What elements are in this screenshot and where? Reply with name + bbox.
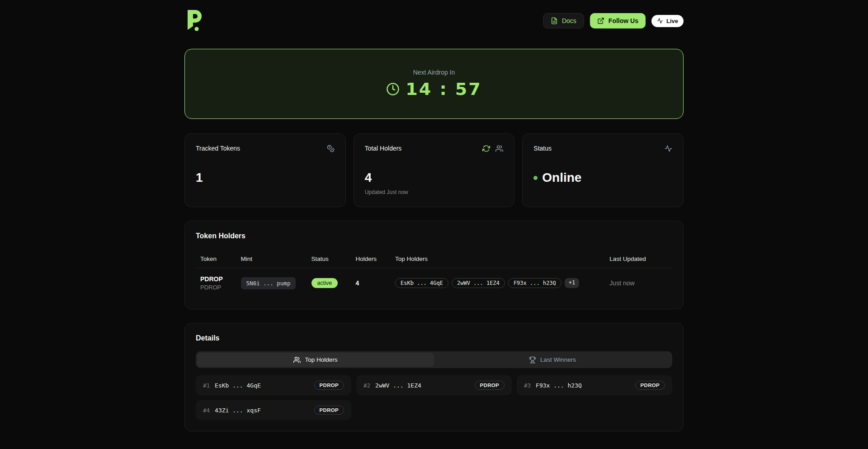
tracked-tokens-title: Tracked Tokens xyxy=(196,145,240,152)
users-icon xyxy=(495,145,503,152)
tab-top-holders[interactable]: Top Holders xyxy=(197,353,434,367)
details-title: Details xyxy=(196,334,672,342)
holder-address: EsKb ... 4GqE xyxy=(215,382,261,389)
top-holders-chips: EsKb ... 4GqE 2wWV ... 1EZ4 F93x ... h23… xyxy=(395,278,585,288)
col-top-holders: Top Holders xyxy=(391,250,605,268)
holder-item[interactable]: #2 2wWV ... 1EZ4 PDROP xyxy=(356,375,512,395)
holder-rank: #4 xyxy=(203,407,210,414)
holder-address: F93x ... h23Q xyxy=(536,382,582,389)
countdown-value: 14 : 57 xyxy=(406,79,481,99)
total-holders-value: 4 xyxy=(365,170,504,185)
airdrop-label: Next Airdrop In xyxy=(413,69,455,76)
docs-button[interactable]: Docs xyxy=(543,13,584,28)
holder-item[interactable]: #4 43Zi ... xqsF PDROP xyxy=(196,400,351,420)
logo[interactable] xyxy=(184,9,205,33)
online-status-dot xyxy=(533,176,538,180)
holder-address: 43Zi ... xqsF xyxy=(215,407,261,414)
token-symbol: PDROP xyxy=(200,284,232,291)
col-last-updated: Last Updated xyxy=(605,250,672,268)
follow-us-button[interactable]: Follow Us xyxy=(590,13,646,28)
table-header-row: Token Mint Status Holders Top Holders La… xyxy=(196,250,672,268)
live-badge: Live xyxy=(651,15,684,27)
follow-us-label: Follow Us xyxy=(609,17,638,24)
refresh-icon[interactable] xyxy=(482,145,490,152)
holder-rank: #1 xyxy=(203,382,210,389)
holder-token-badge: PDROP xyxy=(635,381,665,390)
top-holders-list: #1 EsKb ... 4GqE PDROP #2 2wWV ... 1EZ4 … xyxy=(196,375,672,420)
activity-icon xyxy=(657,18,663,24)
airdrop-countdown-row: 14 : 57 xyxy=(386,79,481,99)
holder-address-chip[interactable]: 2wWV ... 1EZ4 xyxy=(452,278,505,288)
holders-count: 4 xyxy=(351,268,391,298)
col-holders: Holders xyxy=(351,250,391,268)
holder-token-badge: PDROP xyxy=(475,381,505,390)
details-tabbar: Top Holders Last Winners xyxy=(196,351,672,368)
top-bar: Docs Follow Us Live xyxy=(184,0,684,33)
holder-address-chip[interactable]: F93x ... h23Q xyxy=(508,278,561,288)
status-card: Status Online xyxy=(522,133,684,207)
col-mint: Mint xyxy=(236,250,307,268)
activity-icon xyxy=(665,145,672,152)
more-holders-chip[interactable]: +1 xyxy=(565,278,579,288)
holder-token-badge: PDROP xyxy=(314,406,344,415)
next-airdrop-card: Next Airdrop In 14 : 57 xyxy=(184,49,684,119)
file-text-icon xyxy=(551,17,558,24)
col-token: Token xyxy=(196,250,236,268)
token-holders-card: Token Holders Token Mint Status Holders … xyxy=(184,221,684,309)
holder-item[interactable]: #1 EsKb ... 4GqE PDROP xyxy=(196,375,351,395)
col-status: Status xyxy=(307,250,351,268)
trophy-icon xyxy=(529,356,536,364)
total-holders-card: Total Holders 4 Updated Just xyxy=(354,133,515,207)
table-row: PDROP PDROP 5N6i ... pump active 4 EsKb … xyxy=(196,268,672,298)
p-logo-icon xyxy=(184,9,204,33)
total-holders-title: Total Holders xyxy=(365,145,402,152)
details-card: Details Top Holders xyxy=(184,323,684,431)
live-label: Live xyxy=(666,18,678,24)
mint-address-chip[interactable]: 5N6i ... pump xyxy=(241,277,296,289)
holder-rank: #2 xyxy=(363,382,370,389)
holder-rank: #3 xyxy=(524,382,531,389)
header-actions: Docs Follow Us Live xyxy=(543,13,684,28)
holder-address: 2wWV ... 1EZ4 xyxy=(375,382,421,389)
tracked-tokens-card: Tracked Tokens 1 xyxy=(184,133,346,207)
users-icon xyxy=(293,356,301,364)
tab-last-winners[interactable]: Last Winners xyxy=(434,353,671,367)
status-value: Online xyxy=(542,170,581,185)
status-title: Status xyxy=(533,145,552,152)
token-holders-table: Token Mint Status Holders Top Holders La… xyxy=(196,250,672,298)
token-holders-title: Token Holders xyxy=(196,232,672,240)
coins-icon xyxy=(327,145,335,152)
token-name: PDROP xyxy=(200,275,232,283)
external-link-icon xyxy=(597,17,604,24)
tab-last-winners-label: Last Winners xyxy=(540,356,576,363)
holder-token-badge: PDROP xyxy=(314,381,344,390)
holders-updated-text: Updated Just now xyxy=(365,189,504,195)
docs-label: Docs xyxy=(562,17,576,24)
tracked-tokens-value: 1 xyxy=(196,170,335,185)
tab-top-holders-label: Top Holders xyxy=(305,356,337,363)
holder-item[interactable]: #3 F93x ... h23Q PDROP xyxy=(517,375,672,395)
status-badge: active xyxy=(311,278,338,288)
stats-row: Tracked Tokens 1 Total Holders xyxy=(184,133,684,207)
last-updated-value: Just now xyxy=(605,268,672,298)
clock-icon xyxy=(386,82,400,96)
holder-address-chip[interactable]: EsKb ... 4GqE xyxy=(395,278,448,288)
